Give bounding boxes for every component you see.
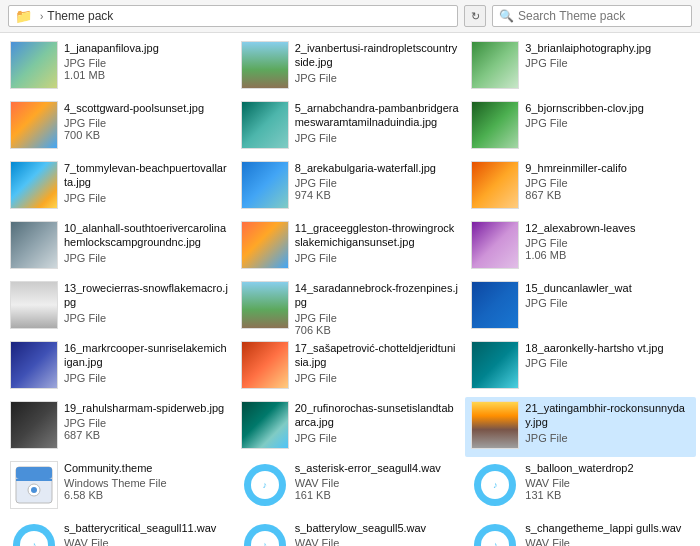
- file-name: 19_rahulsharmam-spiderweb.jpg: [64, 401, 229, 415]
- file-name: 14_saradannebrock-frozenpines.jpg: [295, 281, 460, 310]
- thumbnail: [10, 221, 58, 269]
- breadcrumb-label: Theme pack: [47, 9, 113, 23]
- file-type: JPG File: [295, 72, 460, 84]
- file-info: 1_janapanfilova.jpg JPG File 1.01 MB: [64, 41, 229, 81]
- file-info: s_batterylow_seagull5.wav WAV File 216 K…: [295, 521, 460, 546]
- file-info: 17_sašapetrović-chotteldjeridtunisia.jpg…: [295, 341, 460, 384]
- thumbnail: [471, 281, 519, 329]
- file-type: JPG File: [295, 132, 460, 144]
- file-info: 7_tommylevan-beachpuertovallarta.jpg JPG…: [64, 161, 229, 204]
- thumbnail: [10, 161, 58, 209]
- list-item[interactable]: 4_scottgward-poolsunset.jpg JPG File 700…: [4, 97, 235, 157]
- file-type: WAV File: [295, 537, 460, 546]
- list-item[interactable]: ♪ s_changetheme_lappi gulls.wav WAV File: [465, 517, 696, 546]
- file-size: 687 KB: [64, 429, 229, 441]
- file-info: 5_arnabchandra-pambanbridgerameswaramtam…: [295, 101, 460, 144]
- list-item[interactable]: 7_tommylevan-beachpuertovallarta.jpg JPG…: [4, 157, 235, 217]
- wav-icon: ♪: [471, 461, 519, 509]
- wav-icon: ♪: [241, 521, 289, 546]
- list-item[interactable]: 16_markrcooper-sunriselakemichigan.jpg J…: [4, 337, 235, 397]
- file-size: 867 KB: [525, 189, 690, 201]
- breadcrumb[interactable]: 📁 › Theme pack: [8, 5, 458, 27]
- file-info: 2_ivanbertusi-raindropletscountryside.jp…: [295, 41, 460, 84]
- file-name: 3_brianlaiphotography.jpg: [525, 41, 690, 55]
- list-item[interactable]: ♪ s_balloon_waterdrop2 WAV File 131 KB: [465, 457, 696, 517]
- list-item[interactable]: 3_brianlaiphotography.jpg JPG File: [465, 37, 696, 97]
- file-name: 7_tommylevan-beachpuertovallarta.jpg: [64, 161, 229, 190]
- list-item[interactable]: 10_alanhall-southtoerivercarolinahemlock…: [4, 217, 235, 277]
- refresh-button[interactable]: ↻: [464, 5, 486, 27]
- search-icon: 🔍: [499, 9, 514, 23]
- search-box[interactable]: 🔍: [492, 5, 692, 27]
- list-item[interactable]: ♪ s_batterycritical_seagull11.wav WAV Fi…: [4, 517, 235, 546]
- file-grid: 1_janapanfilova.jpg JPG File 1.01 MB 2_i…: [0, 33, 700, 546]
- thumbnail: [471, 401, 519, 449]
- file-name: 4_scottgward-poolsunset.jpg: [64, 101, 229, 115]
- list-item[interactable]: 14_saradannebrock-frozenpines.jpg JPG Fi…: [235, 277, 466, 337]
- list-item[interactable]: 6_bjornscribben-clov.jpg JPG File: [465, 97, 696, 157]
- folder-icon: 📁: [15, 8, 32, 24]
- file-info: 10_alanhall-southtoerivercarolinahemlock…: [64, 221, 229, 264]
- file-name: 8_arekabulgaria-waterfall.jpg: [295, 161, 460, 175]
- file-info: 20_rufinorochas-sunsetislandtabarca.jpg …: [295, 401, 460, 444]
- file-info: s_changetheme_lappi gulls.wav WAV File: [525, 521, 690, 546]
- list-item[interactable]: 2_ivanbertusi-raindropletscountryside.jp…: [235, 37, 466, 97]
- file-type: JPG File: [295, 177, 460, 189]
- thumbnail: [10, 401, 58, 449]
- list-item[interactable]: ♪ s_batterylow_seagull5.wav WAV File 216…: [235, 517, 466, 546]
- list-item[interactable]: 9_hmreinmiller-califo JPG File 867 KB: [465, 157, 696, 217]
- list-item[interactable]: Community.theme Windows Theme File 6.58 …: [4, 457, 235, 517]
- thumbnail: [10, 341, 58, 389]
- file-name: 18_aaronkelly-hartsho vt.jpg: [525, 341, 690, 355]
- file-name: 17_sašapetrović-chotteldjeridtunisia.jpg: [295, 341, 460, 370]
- list-item[interactable]: 12_alexabrown-leaves JPG File 1.06 MB: [465, 217, 696, 277]
- list-item[interactable]: 5_arnabchandra-pambanbridgerameswaramtam…: [235, 97, 466, 157]
- file-name: 21_yatingambhir-rockonsunnyday.jpg: [525, 401, 690, 430]
- list-item[interactable]: 17_sašapetrović-chotteldjeridtunisia.jpg…: [235, 337, 466, 397]
- file-type: JPG File: [64, 192, 229, 204]
- thumbnail: [10, 281, 58, 329]
- list-item[interactable]: 11_graceeggleston-throwingrockslakemichi…: [235, 217, 466, 277]
- file-size: 6.58 KB: [64, 489, 229, 501]
- list-item[interactable]: 19_rahulsharmam-spiderweb.jpg JPG File 6…: [4, 397, 235, 457]
- thumbnail: [241, 401, 289, 449]
- list-item[interactable]: 18_aaronkelly-hartsho vt.jpg JPG File: [465, 337, 696, 397]
- file-name: s_balloon_waterdrop2: [525, 461, 690, 475]
- file-name: Community.theme: [64, 461, 229, 475]
- file-info: Community.theme Windows Theme File 6.58 …: [64, 461, 229, 501]
- file-info: 13_rowecierras-snowflakemacro.jpg JPG Fi…: [64, 281, 229, 324]
- file-type: JPG File: [64, 252, 229, 264]
- breadcrumb-separator: ›: [40, 11, 43, 22]
- svg-rect-1: [16, 467, 52, 479]
- file-name: 5_arnabchandra-pambanbridgerameswaramtam…: [295, 101, 460, 130]
- thumbnail: [471, 161, 519, 209]
- search-input[interactable]: [518, 9, 678, 23]
- thumbnail: [241, 41, 289, 89]
- file-size: 700 KB: [64, 129, 229, 141]
- svg-rect-2: [16, 479, 52, 481]
- list-item[interactable]: 8_arekabulgaria-waterfall.jpg JPG File 9…: [235, 157, 466, 217]
- refresh-icon: ↻: [471, 10, 480, 23]
- list-item[interactable]: 13_rowecierras-snowflakemacro.jpg JPG Fi…: [4, 277, 235, 337]
- list-item[interactable]: 15_duncanlawler_wat JPG File: [465, 277, 696, 337]
- file-type: Windows Theme File: [64, 477, 229, 489]
- list-item[interactable]: 21_yatingambhir-rockonsunnyday.jpg JPG F…: [465, 397, 696, 457]
- theme-icon: [10, 461, 58, 509]
- file-name: 11_graceeggleston-throwingrockslakemichi…: [295, 221, 460, 250]
- file-type: JPG File: [64, 372, 229, 384]
- file-type: JPG File: [525, 57, 690, 69]
- file-type: JPG File: [64, 417, 229, 429]
- file-info: 16_markrcooper-sunriselakemichigan.jpg J…: [64, 341, 229, 384]
- file-name: 20_rufinorochas-sunsetislandtabarca.jpg: [295, 401, 460, 430]
- list-item[interactable]: ♪ s_asterisk-error_seagull4.wav WAV File…: [235, 457, 466, 517]
- file-info: s_asterisk-error_seagull4.wav WAV File 1…: [295, 461, 460, 501]
- thumbnail: [471, 341, 519, 389]
- list-item[interactable]: 20_rufinorochas-sunsetislandtabarca.jpg …: [235, 397, 466, 457]
- list-item[interactable]: 1_janapanfilova.jpg JPG File 1.01 MB: [4, 37, 235, 97]
- file-info: 15_duncanlawler_wat JPG File: [525, 281, 690, 309]
- file-type: JPG File: [64, 312, 229, 324]
- file-type: WAV File: [64, 537, 229, 546]
- thumbnail: [241, 341, 289, 389]
- thumbnail: [471, 221, 519, 269]
- file-type: JPG File: [525, 237, 690, 249]
